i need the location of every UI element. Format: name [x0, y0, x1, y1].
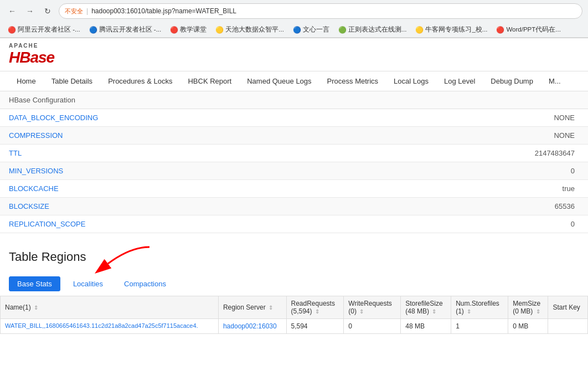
bookmark-icon-3: 🔴 [170, 26, 178, 34]
config-key: MIN_VERSIONS [0, 162, 411, 180]
bookmark-label-3: 教学课堂 [180, 25, 207, 34]
cell-read-requests: 5,594 [286, 319, 344, 334]
bookmark-label-4: 天池大数据众智平... [225, 25, 284, 34]
sort-arrows-rr: ⇕ [315, 308, 319, 315]
config-key: BLOCKCACHE [0, 180, 411, 198]
security-warning: 不安全 [65, 7, 83, 16]
bookmark-label-6: 正则表达式在线测... [348, 25, 407, 34]
config-row: MIN_VERSIONS 0 [0, 162, 588, 180]
table-row: WATER_BILL,,1680665461643.11c2d21a8a2cad… [1, 319, 588, 334]
config-key: BLOCKSIZE [0, 198, 411, 215]
bookmark-8[interactable]: 🔴 Word/PPT代码在... [493, 24, 564, 35]
col-mem-size: MemSize(0 MB) ⇕ [508, 296, 548, 319]
cell-mem-size: 0 MB [508, 319, 548, 334]
nav-debug-dump[interactable]: Debug Dump [483, 71, 541, 91]
bookmark-5[interactable]: 🔵 文心一言 [290, 24, 333, 35]
forward-button[interactable]: → [23, 4, 37, 18]
browser-toolbar: ← → ↻ 不安全 | hadoop003:16010/table.jsp?na… [0, 0, 588, 22]
back-button[interactable]: ← [6, 4, 19, 18]
table-regions-title: Table Regions [9, 250, 86, 264]
sort-arrows-ms: ⇕ [536, 308, 540, 315]
cell-region-server[interactable]: hadoop002:16030 [218, 319, 286, 334]
config-row: TTL 2147483647 [0, 145, 588, 162]
bookmark-6[interactable]: 🟢 正则表达式在线测... [335, 24, 410, 35]
nav-hbck-report[interactable]: HBCK Report [180, 71, 239, 91]
bookmark-1[interactable]: 🔴 阿里云开发者社区 -... [4, 24, 84, 35]
nav-log-level[interactable]: Log Level [436, 71, 483, 91]
table-header-row: Name(1) ⇕ Region Server ⇕ ReadRequests(5… [1, 296, 588, 319]
bookmark-label-5: 文心一言 [303, 25, 329, 34]
bookmark-icon-2: 🔵 [89, 26, 97, 34]
bookmark-label-8: Word/PPT代码在... [506, 25, 560, 34]
config-row: BLOCKSIZE 65536 [0, 198, 588, 215]
nav-table-details[interactable]: Table Details [44, 71, 100, 91]
tab-compactions[interactable]: Compactions [116, 276, 174, 291]
bookmark-label-2: 腾讯云开发者社区 -... [99, 25, 162, 34]
bookmark-icon-8: 🔴 [496, 26, 504, 34]
config-value: NONE [411, 109, 588, 127]
data-table-container: Name(1) ⇕ Region Server ⇕ ReadRequests(5… [0, 296, 588, 343]
col-read-requests: ReadRequests(5,594) ⇕ [286, 296, 344, 319]
config-table: DATA_BLOCK_ENCODING NONE COMPRESSION NON… [0, 109, 588, 233]
config-row: DATA_BLOCK_ENCODING NONE [0, 109, 588, 127]
bookmark-label-7: 牛客网专项练习_校... [425, 25, 487, 34]
apache-logo-text: APACHE [9, 43, 579, 49]
bookmark-icon-6: 🟢 [338, 26, 347, 34]
config-value: 2147483647 [411, 145, 588, 162]
page-content: APACHE HBase Home Table Details Procedur… [0, 38, 588, 343]
config-key: DATA_BLOCK_ENCODING [0, 109, 411, 127]
bookmark-3[interactable]: 🔴 教学课堂 [167, 24, 210, 35]
nav-more[interactable]: M... [541, 71, 569, 91]
col-region-server: Region Server ⇕ [218, 296, 286, 319]
config-row: REPLICATION_SCOPE 0 [0, 215, 588, 233]
cell-name: WATER_BILL,,1680665461643.11c2d21a8a2cad… [1, 319, 219, 334]
config-row: BLOCKCACHE true [0, 180, 588, 198]
nav-home[interactable]: Home [9, 71, 44, 91]
cell-num-storefiles: 1 [451, 319, 508, 334]
cell-start-key [548, 319, 588, 334]
url-text: hadoop003:16010/table.jsp?name=WATER_BIL… [91, 7, 236, 15]
config-value: 0 [411, 162, 588, 180]
sort-arrows-ns: ⇕ [467, 308, 471, 315]
tabs-bar: Base Stats Localities Compactions [0, 276, 588, 296]
config-value: true [411, 180, 588, 198]
section-header: HBase Configuration [0, 91, 588, 109]
hbase-logo-text: HBase [9, 49, 579, 66]
browser-chrome: ← → ↻ 不安全 | hadoop003:16010/table.jsp?na… [0, 0, 588, 38]
config-value: 65536 [411, 198, 588, 215]
bookmarks-bar: 🔴 阿里云开发者社区 -... 🔵 腾讯云开发者社区 -... 🔴 教学课堂 🟡… [0, 22, 588, 38]
sort-arrows-ss: ⇕ [432, 308, 436, 315]
cell-write-requests: 0 [344, 319, 401, 334]
refresh-button[interactable]: ↻ [41, 4, 54, 18]
bookmark-icon-5: 🔵 [293, 26, 301, 34]
tab-base-stats[interactable]: Base Stats [9, 276, 60, 291]
red-arrow-icon [97, 244, 152, 272]
address-bar[interactable]: 不安全 | hadoop003:16010/table.jsp?name=WAT… [59, 3, 582, 19]
bookmark-label-1: 阿里云开发者社区 -... [18, 25, 80, 34]
sort-arrows-wr: ⇕ [359, 308, 364, 315]
nav-process-metrics[interactable]: Process Metrics [319, 71, 386, 91]
bookmark-7[interactable]: 🟡 牛客网专项练习_校... [412, 24, 491, 35]
nav-named-queue-logs[interactable]: Named Queue Logs [239, 71, 319, 91]
region-server-link[interactable]: hadoop002:16030 [223, 322, 277, 330]
nav-procedures-locks[interactable]: Procedures & Locks [100, 71, 180, 91]
col-num-storefiles: Num.Storefiles(1) ⇕ [451, 296, 508, 319]
config-key: COMPRESSION [0, 127, 411, 145]
tab-localities[interactable]: Localities [65, 276, 111, 291]
config-value: 0 [411, 215, 588, 233]
bookmark-2[interactable]: 🔵 腾讯云开发者社区 -... [86, 24, 165, 35]
table-regions-header: Table Regions [0, 233, 588, 276]
config-key: REPLICATION_SCOPE [0, 215, 411, 233]
config-value: NONE [411, 127, 588, 145]
col-storefile-size: StorefileSize(48 MB) ⇕ [401, 296, 451, 319]
bookmark-4[interactable]: 🟡 天池大数据众智平... [212, 24, 287, 35]
config-row: COMPRESSION NONE [0, 127, 588, 145]
cell-storefile-size: 48 MB [401, 319, 451, 334]
col-start-key: Start Key [548, 296, 588, 319]
bookmark-icon-1: 🔴 [8, 26, 16, 34]
regions-data-table: Name(1) ⇕ Region Server ⇕ ReadRequests(5… [0, 296, 588, 334]
col-name: Name(1) ⇕ [1, 296, 219, 319]
bookmark-icon-7: 🟡 [415, 26, 424, 34]
bookmark-icon-4: 🟡 [215, 26, 224, 34]
nav-local-logs[interactable]: Local Logs [386, 71, 436, 91]
